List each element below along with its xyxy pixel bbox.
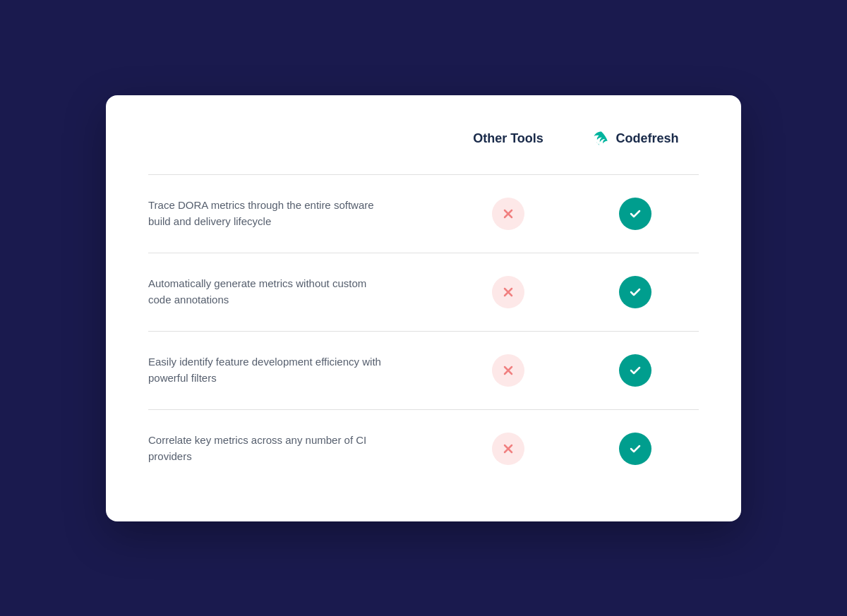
check-icon — [627, 206, 643, 222]
check-icon — [627, 284, 643, 300]
other-tools-header: Other Tools — [445, 131, 572, 146]
feature-text: Automatically generate metrics without c… — [148, 276, 416, 308]
check-icon-circle — [619, 354, 651, 387]
cross-icon-circle — [492, 433, 524, 465]
check-icon-circle — [619, 276, 651, 308]
check-icon — [627, 441, 643, 457]
table-row: Easily identify feature development effi… — [148, 331, 699, 409]
check-icon-circle — [619, 198, 651, 230]
cross-icon — [501, 363, 515, 378]
codefresh-cell — [572, 198, 699, 230]
cross-icon — [501, 442, 515, 456]
codefresh-cell — [572, 276, 699, 308]
codefresh-logo: Codefresh — [591, 129, 678, 149]
table-row: Correlate key metrics across any number … — [148, 409, 699, 488]
check-icon-circle — [619, 433, 651, 465]
cross-icon — [501, 285, 515, 299]
codefresh-logo-icon — [591, 129, 611, 149]
other-tools-cell — [445, 354, 572, 387]
table-header: Other Tools Codefresh — [148, 129, 699, 160]
comparison-table: Trace DORA metrics through the entire so… — [148, 174, 699, 488]
cross-icon-circle — [492, 198, 524, 230]
feature-text: Trace DORA metrics through the entire so… — [148, 198, 416, 229]
table-row: Trace DORA metrics through the entire so… — [148, 174, 699, 253]
cross-icon — [501, 207, 515, 221]
check-icon — [627, 363, 643, 378]
other-tools-cell — [445, 433, 572, 465]
feature-text: Easily identify feature development effi… — [148, 354, 416, 386]
other-tools-cell — [445, 276, 572, 308]
table-row: Automatically generate metrics without c… — [148, 253, 699, 331]
codefresh-cell — [572, 354, 699, 387]
comparison-card: Other Tools Codefresh Trace DORA metrics… — [106, 95, 741, 521]
cross-icon-circle — [492, 276, 524, 308]
other-tools-cell — [445, 198, 572, 230]
codefresh-header: Codefresh — [572, 129, 699, 149]
codefresh-cell — [572, 433, 699, 465]
cross-icon-circle — [492, 354, 524, 387]
feature-text: Correlate key metrics across any number … — [148, 433, 416, 464]
codefresh-logo-text: Codefresh — [615, 131, 678, 146]
